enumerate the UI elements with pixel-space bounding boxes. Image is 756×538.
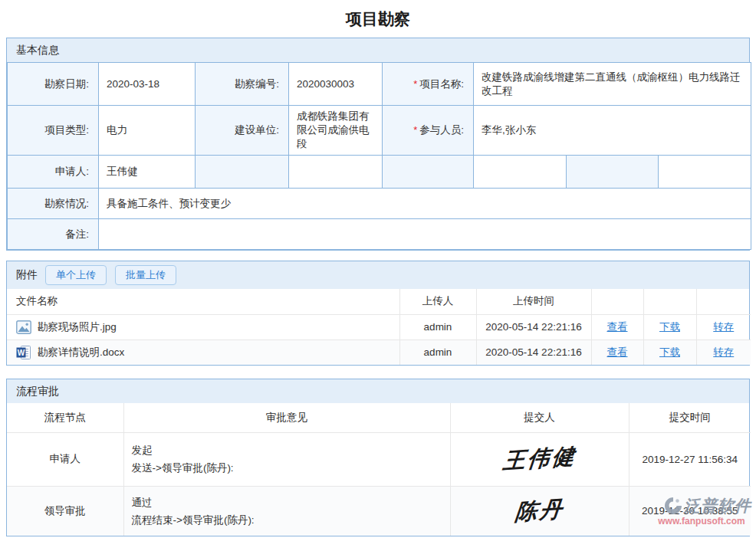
download-link[interactable]: 下载 [659, 346, 680, 358]
upload-time-cell: 2020-05-14 22:21:16 [476, 340, 591, 365]
download-link[interactable]: 下载 [659, 321, 680, 333]
submitter-signature: 陈丹 [513, 494, 565, 528]
applicant-value: 王伟健 [99, 156, 196, 189]
opinion-line-2: 发送->领导审批(陈丹): [132, 459, 442, 477]
submitter-cell: 王伟健 [450, 432, 629, 486]
file-name-column-header: 文件名称 [7, 289, 399, 314]
attachments-panel: 附件 单个上传 批量上传 文件名称 上传人 上传时间 [6, 261, 750, 366]
file-name-link[interactable]: 勘察详情说明.docx [38, 346, 124, 359]
empty-cell [591, 289, 643, 314]
page-title: 项目勘察 [0, 0, 756, 38]
table-row: 勘察现场照片.jpg admin 2020-05-14 22:21:16 查看 … [7, 314, 751, 340]
submit-time-column-header: 提交时间 [629, 403, 751, 432]
submitter-column-header: 提交人 [450, 403, 629, 432]
opinion-column-header: 审批意见 [123, 403, 450, 432]
attachments-header-row: 文件名称 上传人 上传时间 [7, 289, 751, 314]
transfer-link[interactable]: 转存 [713, 346, 734, 358]
survey-no-value: 2020030003 [289, 63, 383, 106]
construction-unit-label: 建设单位: [196, 106, 289, 156]
upload-time-column-header: 上传时间 [476, 289, 591, 314]
remark-label: 备注: [8, 219, 99, 250]
file-name-cell: W 勘察详情说明.docx [7, 340, 399, 365]
opinion-cell: 通过 流程结束->领导审批(陈丹): [123, 486, 450, 536]
required-asterisk: * [413, 78, 417, 90]
table-row: W 勘察详情说明.docx admin 2020-05-14 22:21:16 … [7, 340, 751, 365]
opinion-cell: 发起 发送->领导审批(陈丹): [123, 432, 450, 486]
project-type-label: 项目类型: [8, 106, 99, 156]
basic-info-panel: 基本信息 勘察日期: 2020-03-18 勘察编号: 2020030003 *… [6, 38, 750, 251]
upload-time-cell: 2020-05-14 22:21:16 [476, 314, 591, 340]
node-cell: 申请人 [7, 432, 123, 486]
table-row: 申请人 发起 发送->领导审批(陈丹): 王伟健 2019-12-27 11:5… [7, 432, 751, 486]
empty-cell [659, 156, 751, 189]
approval-table: 流程节点 审批意见 提交人 提交时间 申请人 发起 发送->领导审批(陈丹): … [7, 403, 751, 536]
transfer-link[interactable]: 转存 [713, 321, 734, 333]
approval-section-header: 流程审批 [7, 379, 749, 403]
submitter-cell: 陈丹 [450, 486, 629, 536]
empty-cell [383, 156, 474, 189]
project-type-value: 电力 [99, 106, 196, 156]
project-name-label-text: 项目名称: [419, 78, 464, 90]
approval-section-title: 流程审批 [16, 385, 59, 399]
project-name-value: 改建铁路成渝线增建第二直通线（成渝枢纽）电力线路迁改工程 [474, 63, 751, 106]
file-name-cell: 勘察现场照片.jpg [7, 314, 399, 340]
opinion-line-1: 通过 [132, 494, 442, 511]
submitter-signature: 王伟健 [501, 441, 577, 477]
node-column-header: 流程节点 [7, 403, 123, 432]
survey-date-value: 2020-03-18 [99, 63, 196, 106]
construction-unit-value: 成都铁路集团有限公司成渝供电段 [289, 106, 383, 156]
project-name-label: *项目名称: [383, 63, 474, 106]
view-link[interactable]: 查看 [607, 346, 628, 358]
table-row: 领导审批 通过 流程结束->领导审批(陈丹): 陈丹 2019-12-30 10… [7, 486, 751, 536]
opinion-line-1: 发起 [132, 441, 442, 459]
submit-time-cell: 2019-12-27 11:56:34 [629, 432, 751, 486]
attachments-table: 文件名称 上传人 上传时间 勘察现场照片.jpg admin 2020-05-1… [7, 289, 751, 365]
uploader-cell: admin [399, 314, 476, 340]
applicant-label: 申请人: [8, 156, 99, 189]
file-name-link[interactable]: 勘察现场照片.jpg [38, 320, 117, 334]
attachments-section-title: 附件 [16, 268, 38, 282]
uploader-cell: admin [399, 340, 476, 365]
participants-label: *参与人员: [383, 106, 474, 156]
survey-condition-label: 勘察情况: [8, 189, 99, 219]
empty-cell [643, 289, 696, 314]
participants-label-text: 参与人员: [419, 124, 464, 136]
word-file-icon: W [16, 345, 31, 360]
empty-cell [196, 156, 289, 189]
basic-info-section-title: 基本信息 [16, 44, 59, 57]
required-asterisk: * [413, 124, 417, 136]
empty-cell [289, 156, 383, 189]
approval-header-row: 流程节点 审批意见 提交人 提交时间 [7, 403, 751, 432]
submit-time-cell: 2019-12-30 10:38:55 [629, 486, 751, 536]
single-upload-button[interactable]: 单个上传 [45, 265, 107, 285]
basic-info-section-header: 基本信息 [7, 38, 749, 62]
empty-cell [474, 156, 567, 189]
remark-value [99, 219, 751, 250]
node-cell: 领导审批 [7, 486, 123, 536]
participants-value: 李华,张小东 [474, 106, 751, 156]
approval-panel: 流程审批 流程节点 审批意见 提交人 提交时间 申请人 发起 发送->领导审批(… [6, 379, 750, 536]
uploader-column-header: 上传人 [399, 289, 476, 314]
survey-condition-value: 具备施工条件、预计变更少 [99, 189, 751, 219]
batch-upload-button[interactable]: 批量上传 [115, 265, 176, 285]
view-link[interactable]: 查看 [607, 321, 628, 333]
attachments-section-header: 附件 单个上传 批量上传 [7, 261, 749, 289]
basic-info-table: 勘察日期: 2020-03-18 勘察编号: 2020030003 *项目名称:… [7, 62, 751, 250]
survey-date-label: 勘察日期: [8, 63, 99, 106]
empty-cell [696, 289, 751, 314]
empty-cell [567, 156, 659, 189]
svg-text:W: W [18, 349, 25, 357]
survey-no-label: 勘察编号: [196, 63, 289, 106]
opinion-line-2: 流程结束->领导审批(陈丹): [132, 511, 442, 529]
image-file-icon [16, 320, 31, 335]
